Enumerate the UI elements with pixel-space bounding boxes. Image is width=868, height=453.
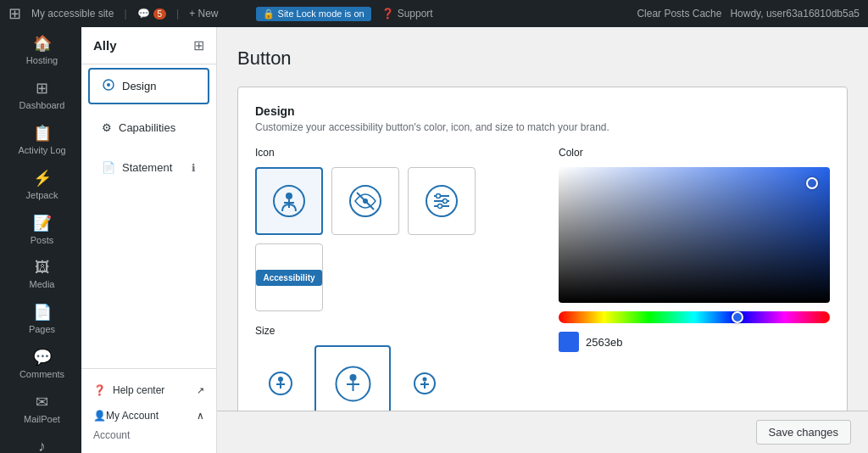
main-layout: 🏠 Hosting ⊞ Dashboard 📋 Activity Log ⚡ J… [0, 27, 868, 453]
sidebar-item-comments[interactable]: 💬 Comments [0, 341, 81, 386]
sidebar-item-jetpack[interactable]: ⚡ Jetpack [0, 162, 81, 207]
clear-cache-button[interactable]: Clear Posts Cache [637, 8, 721, 20]
ally-menu-statement[interactable]: 📄 Statement ℹ [88, 151, 209, 184]
ally-header: Ally ⊞ [81, 27, 216, 64]
color-swatch[interactable] [559, 332, 579, 352]
media-icon: 🖼 [35, 259, 50, 277]
design-left: Icon [255, 147, 542, 411]
save-changes-button[interactable]: Save changes [756, 420, 851, 445]
help-center-label: Help center [113, 384, 164, 396]
sidebar-label-activity-log: Activity Log [18, 145, 65, 155]
svg-point-15 [438, 204, 442, 209]
help-center-icon: ❓ [93, 384, 106, 396]
hue-slider-cursor [732, 311, 743, 323]
sidebar-label-comments: Comments [19, 369, 64, 379]
hosting-icon: 🏠 [33, 34, 52, 53]
color-picker: Color 2563eb [559, 147, 830, 411]
sidebar-item-media[interactable]: 🖼 Media [0, 252, 81, 296]
site-lock-badge[interactable]: 🔒 Site Lock mode is on [256, 7, 371, 21]
comments-count: 💬 5 [137, 8, 167, 20]
color-gradient-picker[interactable] [559, 167, 830, 303]
ally-menu-capabilities[interactable]: ⚙ Capabilities [88, 111, 209, 144]
site-name[interactable]: My accessible site [31, 8, 114, 20]
sidebar-item-tiktok[interactable]: ♪ TikTok [0, 431, 81, 453]
ally-submenu: Ally ⊞ Design ⚙ Capabilities 📄 Statement [81, 27, 217, 453]
size-grid [255, 345, 542, 411]
activity-log-icon: 📋 [33, 124, 52, 143]
account-icon: 👤 [93, 410, 106, 422]
svg-point-3 [286, 193, 292, 199]
content-area: Ally ⊞ Design ⚙ Capabilities 📄 Statement [81, 27, 868, 453]
icon-option-sliders[interactable] [408, 167, 476, 235]
ally-account-row[interactable]: 👤 My Account ∧ [81, 403, 216, 428]
sidebar-item-dashboard[interactable]: ⊞ Dashboard [0, 72, 81, 117]
separator: | [124, 8, 126, 20]
page-title: Button [237, 48, 848, 70]
posts-icon: 📝 [33, 214, 52, 232]
tiktok-icon: ♪ [38, 438, 46, 453]
ally-statement-label: Statement [122, 161, 172, 174]
svg-point-1 [107, 83, 110, 87]
wp-logo-icon: ⊞ [8, 4, 21, 23]
top-bar: ⊞ My accessible site | 💬 5 | + New 🔒 Sit… [0, 0, 868, 27]
my-account-label: My Account [106, 410, 159, 422]
comments-icon: 💬 [137, 8, 150, 20]
separator2: | [176, 8, 179, 20]
new-button[interactable]: + New [189, 8, 218, 20]
statement-info-icon: ℹ [192, 162, 196, 174]
account-expand-icon: ∧ [197, 410, 204, 422]
size-option-large[interactable] [399, 358, 450, 409]
sidebar-label-mailpoet: MailPoet [24, 414, 60, 424]
design-section-desc: Customize your accessibility button's co… [255, 121, 830, 133]
support-icon: ❓ [381, 8, 394, 20]
help-center-link[interactable]: ❓ Help center ↗ [81, 378, 216, 403]
size-sub-label: Size [255, 325, 542, 337]
lock-icon: 🔒 [263, 8, 275, 20]
design-section-title: Design [255, 104, 830, 118]
ally-menu-design[interactable]: Design [88, 68, 209, 104]
color-hex-value[interactable]: 2563eb [586, 336, 622, 349]
capabilities-sub-icon: ⚙ [102, 121, 112, 134]
statement-sub-icon: 📄 [102, 161, 115, 174]
sidebar-item-hosting[interactable]: 🏠 Hosting [0, 27, 81, 72]
account-sub-label: Account [81, 428, 216, 445]
icon-sub-label: Icon [255, 147, 542, 159]
size-option-small[interactable] [255, 358, 306, 409]
grid-icon[interactable]: ⊞ [193, 37, 204, 53]
sidebar-label-media: Media [30, 279, 55, 289]
mailpoet-icon: ✉ [36, 393, 48, 411]
icon-option-text[interactable]: Accessibility [255, 243, 323, 311]
sidebar-label-jetpack: Jetpack [26, 190, 58, 200]
top-bar-right: Clear Posts Cache Howdy, user63a16810db5… [637, 8, 860, 20]
dashboard-icon: ⊞ [36, 79, 48, 98]
sidebar-label-posts: Posts [31, 235, 54, 245]
design-layout: Icon [255, 147, 830, 411]
jetpack-icon: ⚡ [33, 169, 52, 187]
main-content: Button Design Customize your accessibili… [217, 27, 868, 411]
size-option-medium[interactable] [314, 345, 391, 411]
howdy-text: Howdy, user63a16810db5a5 [730, 8, 860, 20]
icon-grid: Accessibility [255, 167, 542, 311]
color-value-row: 2563eb [559, 332, 830, 352]
support-link[interactable]: ❓ Support [381, 8, 433, 20]
svg-point-14 [443, 199, 448, 204]
hue-slider[interactable] [559, 311, 830, 323]
sidebar-label-dashboard: Dashboard [19, 100, 65, 110]
sidebar-item-pages[interactable]: 📄 Pages [0, 296, 81, 341]
sidebar-item-activity-log[interactable]: 📋 Activity Log [0, 117, 81, 162]
ally-panel-title: Ally [93, 38, 117, 53]
footer-bar: Save changes [217, 411, 868, 453]
sidebar-label-pages: Pages [29, 324, 55, 334]
sidebar-item-mailpoet[interactable]: ✉ MailPoet [0, 386, 81, 431]
ally-capabilities-label: Capabilities [119, 121, 175, 134]
ally-design-label: Design [122, 80, 156, 92]
color-picker-cursor [806, 177, 818, 189]
svg-point-8 [363, 199, 368, 204]
svg-point-21 [349, 374, 356, 381]
sidebar-label-hosting: Hosting [26, 55, 58, 65]
icon-option-person[interactable] [255, 167, 323, 235]
comments-sidebar-icon: 💬 [33, 348, 52, 366]
icon-option-eye-off[interactable] [331, 167, 399, 235]
sidebar-item-posts[interactable]: 📝 Posts [0, 207, 81, 252]
accessibility-btn-text: Accessibility [256, 270, 321, 286]
